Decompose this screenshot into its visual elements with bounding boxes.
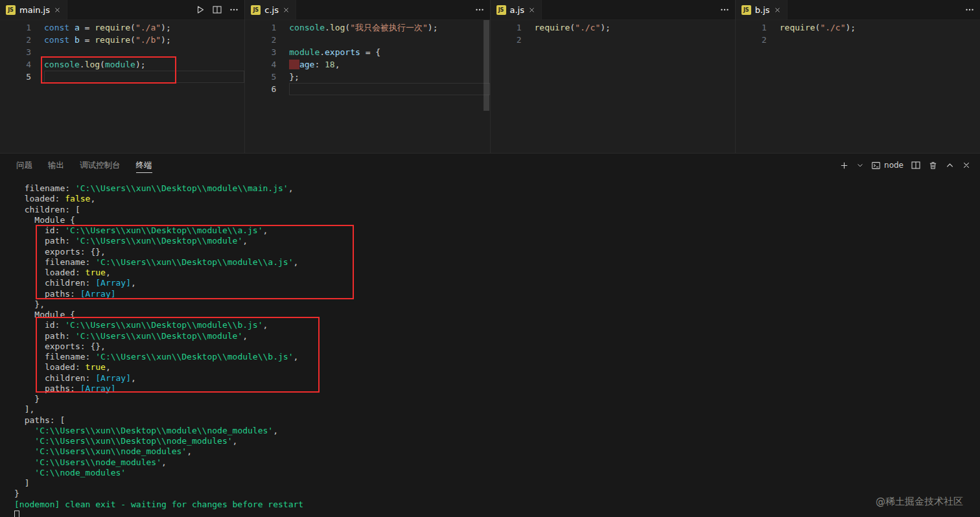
- close-icon[interactable]: [962, 161, 971, 170]
- tab-main.js[interactable]: JSmain.js: [0, 0, 67, 19]
- line-number[interactable]: 2: [0, 34, 31, 46]
- terminal-line: filename: 'C:\\Users\\xun\\Desktop\\modu…: [14, 257, 980, 268]
- code-line[interactable]: };: [289, 71, 489, 83]
- tab-label: b.js: [755, 5, 770, 15]
- line-number[interactable]: 4: [0, 58, 31, 71]
- line-number[interactable]: 5: [245, 71, 276, 83]
- line-number[interactable]: 3: [0, 46, 31, 58]
- code-line[interactable]: [780, 34, 980, 46]
- code-line[interactable]: [289, 83, 489, 95]
- code-line[interactable]: require("./c");: [535, 21, 735, 34]
- code-line[interactable]: age: 18,: [289, 58, 489, 71]
- line-number[interactable]: 2: [491, 34, 522, 46]
- split-editor-icon[interactable]: [911, 160, 921, 170]
- editor-actions: [714, 0, 735, 19]
- tab-c.js[interactable]: JSc.js: [245, 0, 296, 19]
- line-number[interactable]: 1: [491, 21, 522, 34]
- run-icon[interactable]: [195, 5, 205, 15]
- panel-tab-终端[interactable]: 终端: [136, 154, 152, 177]
- editor-actions: [959, 0, 980, 19]
- line-number[interactable]: 2: [736, 34, 767, 46]
- code-line[interactable]: module.exports = {: [289, 46, 489, 58]
- terminal-line: }: [14, 394, 980, 404]
- code-line[interactable]: require("./c");: [780, 21, 980, 34]
- code-line[interactable]: const a = require("./a");: [44, 21, 244, 34]
- tab-label: main.js: [19, 5, 50, 15]
- tab-label: a.js: [510, 5, 524, 15]
- split-editor-icon[interactable]: [212, 5, 222, 15]
- panel-tab-bar: 问题输出调试控制台终端 node: [0, 154, 980, 177]
- terminal-line: id: 'C:\\Users\\xun\\Desktop\\module\\b.…: [14, 320, 980, 330]
- editor-groups: JSmain.js12345const a = require("./a");c…: [0, 0, 980, 153]
- code-line[interactable]: [44, 71, 244, 83]
- chevron-up-icon[interactable]: [945, 161, 955, 170]
- terminal-line: children: [Array],: [14, 278, 980, 288]
- line-number[interactable]: 1: [736, 21, 767, 34]
- terminal-output[interactable]: filename: 'C:\\Users\\xun\\Desktop\\modu…: [0, 177, 980, 517]
- gutter: 12345: [0, 21, 44, 153]
- terminal-line: [nodemon] clean exit - waiting for chang…: [14, 500, 980, 510]
- close-icon[interactable]: [54, 6, 61, 14]
- terminal-line: exports: {},: [14, 341, 980, 352]
- code-line[interactable]: const b = require("./b");: [44, 34, 244, 46]
- terminal-profile-label: node: [884, 161, 904, 170]
- tab-a.js[interactable]: JSa.js: [491, 0, 542, 19]
- line-number[interactable]: 1: [245, 21, 276, 34]
- code-line[interactable]: console.log("我只会被执行一次");: [289, 21, 489, 34]
- scrollbar-thumb[interactable]: [484, 20, 489, 111]
- code-line[interactable]: [289, 34, 489, 46]
- panel-tab-调试控制台[interactable]: 调试控制台: [80, 154, 121, 177]
- line-number[interactable]: 5: [0, 71, 31, 83]
- terminal-line: ]: [14, 478, 980, 488]
- terminal-profile-node[interactable]: node: [871, 161, 904, 170]
- more-icon[interactable]: [964, 5, 975, 15]
- code-content[interactable]: require("./c");: [535, 21, 735, 153]
- code-line[interactable]: [535, 34, 735, 46]
- terminal-line: Module {: [14, 310, 980, 320]
- gutter: 12: [736, 21, 780, 153]
- code-content[interactable]: console.log("我只会被执行一次");module.exports =…: [289, 21, 489, 153]
- line-number[interactable]: 3: [245, 46, 276, 58]
- line-number[interactable]: 2: [245, 34, 276, 46]
- line-number[interactable]: 1: [0, 21, 31, 34]
- close-icon[interactable]: [528, 6, 535, 14]
- panel-tab-问题[interactable]: 问题: [16, 154, 32, 177]
- editor-actions: [190, 0, 244, 19]
- terminal-icon: [871, 161, 881, 170]
- close-icon[interactable]: [774, 6, 781, 14]
- panel-tabs: 问题输出调试控制台终端: [16, 154, 152, 177]
- terminal-line: paths: [Array]: [14, 289, 980, 299]
- tab-bar: JSa.js: [491, 0, 735, 20]
- editor-pane-c.js: JSc.js123456console.log("我只会被执行一次");modu…: [244, 0, 489, 153]
- tab-b.js[interactable]: JSb.js: [736, 0, 788, 19]
- terminal-line: filename: 'C:\\Users\\xun\\Desktop\\modu…: [14, 352, 980, 362]
- code-line[interactable]: console.log(module);: [44, 58, 244, 71]
- javascript-file-icon: JS: [496, 5, 506, 15]
- editor-pane-a.js: JSa.js12require("./c");: [490, 0, 735, 153]
- plus-icon[interactable]: [839, 161, 849, 170]
- code-content[interactable]: require("./c");: [780, 21, 980, 153]
- line-number[interactable]: 6: [245, 83, 276, 95]
- trash-icon[interactable]: [928, 161, 938, 170]
- terminal-line: filename: 'C:\\Users\\xun\\Desktop\\modu…: [14, 183, 980, 194]
- terminal-line: exports: {},: [14, 247, 980, 257]
- terminal-line: loaded: false,: [14, 194, 980, 204]
- line-number[interactable]: 4: [245, 58, 276, 71]
- close-icon[interactable]: [283, 6, 290, 14]
- terminal-line: children: [: [14, 205, 980, 215]
- more-icon[interactable]: [719, 5, 730, 15]
- terminal-line: id: 'C:\\Users\\xun\\Desktop\\module\\a.…: [14, 225, 980, 236]
- code-line[interactable]: [44, 46, 244, 58]
- terminal-line: 'C:\\Users\\xun\\Desktop\\node_modules',: [14, 436, 980, 446]
- tab-bar: JSc.js: [245, 0, 489, 20]
- terminal-line: path: 'C:\\Users\\xun\\Desktop\\module',: [14, 236, 980, 246]
- panel-tab-输出[interactable]: 输出: [48, 154, 64, 177]
- chevron-down-icon[interactable]: [856, 161, 864, 169]
- vscode-window: JSmain.js12345const a = require("./a");c…: [0, 0, 980, 517]
- terminal-line: }: [14, 488, 980, 499]
- terminal-line: paths: [Array]: [14, 384, 980, 394]
- code-content[interactable]: const a = require("./a");const b = requi…: [44, 21, 244, 153]
- code-area: 12require("./c");: [491, 20, 735, 153]
- more-icon[interactable]: [229, 5, 239, 15]
- more-icon[interactable]: [474, 5, 485, 15]
